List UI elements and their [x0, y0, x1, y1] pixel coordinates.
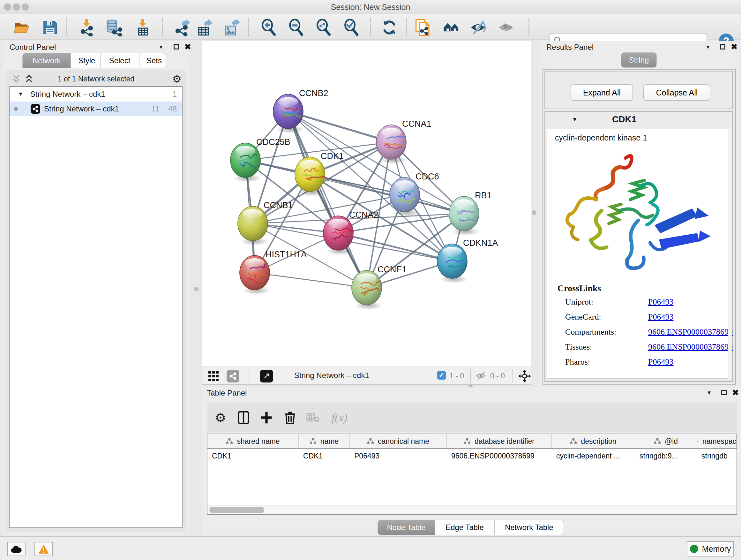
table-panel-float-icon[interactable] [721, 390, 727, 395]
pan-crosshair-icon[interactable] [518, 370, 531, 382]
node-label-CCNE1: CCNE1 [378, 265, 407, 274]
column-header-0[interactable]: shared name [207, 434, 299, 448]
hscrollbar-thumb[interactable] [209, 507, 264, 513]
table-hscrollbar[interactable] [207, 505, 737, 514]
table-settings-gear-icon[interactable]: ⚙ [212, 410, 228, 426]
network-edge-CDK1-RB1[interactable] [310, 174, 464, 213]
tab-node-table[interactable]: Node Table [378, 520, 435, 535]
export-table-button[interactable] [195, 18, 214, 37]
network-node-CCNA1[interactable] [376, 125, 407, 164]
network-node-RB1[interactable] [449, 196, 480, 236]
import-database-icon [105, 18, 123, 37]
crosslink-row: GeneCard:P06493 [547, 310, 730, 325]
table-panel-close-icon[interactable]: ✖ [732, 388, 739, 397]
show-hidden-button[interactable] [497, 18, 516, 37]
hide-selected-button[interactable] [469, 18, 488, 37]
column-header-5[interactable]: @id [635, 434, 697, 448]
results-panel-menu-caret[interactable]: ▼ [705, 44, 711, 51]
tab-string[interactable]: String [621, 52, 657, 68]
network-node-count: 11 [151, 105, 159, 113]
network-node-HIST1H1A[interactable] [240, 255, 271, 295]
column-type-icon [226, 438, 233, 445]
expand-all-button[interactable]: Expand All [570, 84, 633, 101]
toolbar-separator [248, 18, 249, 36]
left-splitter-handle[interactable] [194, 287, 199, 291]
protein-section-caret[interactable]: ▼ [572, 116, 578, 123]
network-node-CDKN1A[interactable] [437, 244, 468, 283]
apply-layout-button[interactable] [380, 18, 399, 37]
crosslink-link[interactable]: P06493 [648, 297, 673, 307]
network-node-CDC6[interactable] [390, 178, 421, 217]
cloud-button[interactable] [7, 542, 25, 556]
crosslink-label: Pharos: [565, 357, 590, 367]
crosslink-label: Compartments: [565, 327, 616, 337]
save-session-button[interactable] [41, 18, 60, 37]
tab-network[interactable]: Network [22, 53, 71, 68]
crosslink-link[interactable]: 9606.ENSP00000378699 [648, 327, 733, 337]
tab-network-table[interactable]: Network Table [494, 520, 564, 535]
control-panel-close-icon[interactable]: ✖ [185, 42, 191, 51]
network-canvas[interactable]: CCNB2CCNA1CDC25BCDK1CDC6RB1CCNB1CCNA2CDK… [202, 41, 531, 367]
memory-button[interactable]: Memory [687, 541, 734, 557]
table-row[interactable]: CDK1CDK1P064939606.ENSP00000378699cyclin… [207, 449, 737, 463]
network-edge-CCNB2-CCNA1[interactable] [288, 111, 391, 142]
results-scrollbar[interactable] [728, 129, 732, 379]
import-network-database-button[interactable] [105, 18, 124, 37]
network-row[interactable]: String Network – cdk1 11 48 [10, 102, 182, 116]
tab-select[interactable]: Select [100, 53, 139, 68]
network-edge-CCNB2-CCNE1[interactable] [288, 111, 367, 288]
control-panel-float-icon[interactable] [174, 44, 179, 50]
right-splitter-handle[interactable] [532, 210, 536, 215]
node-label-CCNB2: CCNB2 [299, 88, 328, 98]
expand-all-icon[interactable] [24, 74, 34, 84]
column-header-6[interactable]: namespac [697, 434, 737, 448]
tree-expander-icon[interactable]: ▼ [18, 91, 23, 98]
column-type-icon [464, 438, 471, 445]
network-node-CDC25B[interactable] [230, 143, 261, 182]
show-columns-icon[interactable] [235, 410, 252, 426]
network-node-CCNA2[interactable] [323, 216, 354, 255]
control-panel-menu-caret[interactable]: ▼ [158, 44, 164, 51]
fit-content-button[interactable] [314, 18, 333, 37]
node-label-CDKN1A: CDKN1A [463, 238, 498, 248]
network-edge-HIST1H1A-CCNE1[interactable] [255, 273, 367, 288]
birdseye-view-icon[interactable]: ↗ [260, 370, 273, 382]
export-image-button[interactable] [222, 18, 241, 37]
crosslink-link[interactable]: 9606.ENSP00000378699 [648, 342, 733, 352]
network-collection-row[interactable]: ▼ String Network – cdk1 1 [10, 87, 182, 102]
tab-style[interactable]: Style [71, 53, 100, 68]
network-options-gear-icon[interactable]: ⚙ [172, 73, 182, 85]
open-session-button[interactable] [12, 18, 31, 37]
add-column-icon[interactable] [259, 410, 274, 426]
network-view-share-icon[interactable] [226, 370, 239, 382]
tab-edge-table[interactable]: Edge Table [435, 520, 494, 535]
show-all-button[interactable] [442, 18, 461, 37]
crosslink-link[interactable]: P06493 [648, 357, 673, 367]
delete-column-icon[interactable] [282, 410, 298, 426]
import-table-file-button[interactable] [133, 18, 152, 37]
network-node-CCNB1[interactable] [238, 206, 269, 246]
network-node-CCNE1[interactable] [352, 270, 383, 310]
export-network-button[interactable] [172, 18, 192, 37]
grid-view-icon[interactable] [208, 371, 219, 381]
collapse-all-icon[interactable] [11, 74, 21, 84]
import-network-file-button[interactable] [77, 18, 96, 37]
clone-network-button[interactable] [414, 18, 433, 37]
network-node-CDK1[interactable] [295, 157, 326, 196]
table-panel-menu-caret[interactable]: ▼ [706, 390, 712, 396]
network-node-CCNB2[interactable] [273, 94, 304, 133]
selected-checkbox-icon[interactable]: ✓ [437, 371, 446, 380]
zoom-selected-button[interactable] [342, 18, 361, 37]
crosslink-link[interactable]: P06493 [648, 312, 673, 322]
column-header-1[interactable]: name [299, 434, 350, 448]
zoom-in-button[interactable] [259, 18, 279, 37]
column-header-4[interactable]: description [552, 434, 635, 448]
column-header-3[interactable]: database identifier [447, 434, 552, 448]
collapse-all-button[interactable]: Collapse All [643, 84, 711, 101]
results-panel-float-icon[interactable] [720, 44, 725, 50]
results-panel-close-icon[interactable]: ✖ [731, 42, 738, 51]
column-header-2[interactable]: canonical name [350, 434, 447, 448]
warning-button[interactable] [35, 542, 53, 556]
tab-sets[interactable]: Sets [139, 53, 166, 68]
zoom-out-button[interactable] [287, 18, 306, 37]
